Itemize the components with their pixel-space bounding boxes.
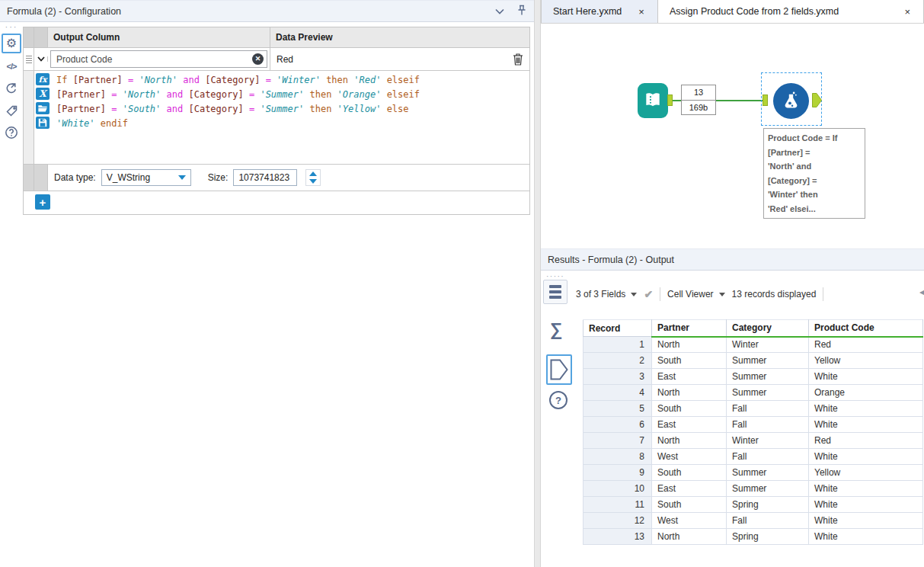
save-expression-button[interactable] xyxy=(36,117,50,129)
spinner-up-icon[interactable] xyxy=(309,171,317,176)
close-icon[interactable]: × xyxy=(903,5,912,18)
output-anchor[interactable] xyxy=(667,94,673,106)
data-cell[interactable]: South xyxy=(652,497,727,513)
data-cell[interactable]: Fall xyxy=(727,417,809,433)
help-tab[interactable] xyxy=(2,123,21,142)
record-number-cell[interactable]: 3 xyxy=(583,369,652,385)
fields-dropdown[interactable]: 3 of 3 Fields xyxy=(576,289,637,300)
table-row[interactable]: 12WestFallWhite xyxy=(583,513,923,529)
table-row[interactable]: 7NorthWinterRed xyxy=(583,433,923,449)
data-cell[interactable]: North xyxy=(652,529,727,545)
expression-line[interactable]: [Partner] = 'South' and [Category] = 'Su… xyxy=(56,102,526,117)
results-help-icon[interactable]: ? xyxy=(549,391,568,409)
table-row[interactable]: 2SouthSummerYellow xyxy=(583,353,923,369)
record-number-cell[interactable]: 4 xyxy=(583,385,652,401)
table-row[interactable]: 5SouthFallWhite xyxy=(583,401,923,417)
annotation-tab[interactable] xyxy=(2,101,21,120)
table-row[interactable]: 8WestFallWhite xyxy=(583,449,923,465)
row-collapse-toggle[interactable] xyxy=(34,56,48,62)
data-cell[interactable]: Fall xyxy=(727,401,809,417)
data-cell[interactable]: Red xyxy=(809,433,923,449)
col-header-partner[interactable]: Partner xyxy=(652,320,727,337)
variables-button[interactable]: X xyxy=(36,88,50,100)
tab-assign-product-code[interactable]: Assign Product Code from 2 fields.yxmd × xyxy=(658,0,924,23)
record-number-cell[interactable]: 11 xyxy=(583,497,652,513)
expression-editor[interactable]: If​ [Partner] = 'North' and [Category] =… xyxy=(51,71,529,164)
code-tab[interactable]: </> xyxy=(2,57,21,75)
panel-splitter[interactable] xyxy=(534,0,541,567)
data-cell[interactable]: Orange xyxy=(809,385,923,401)
size-spinner[interactable] xyxy=(305,169,321,186)
output-anchor-arrow[interactable] xyxy=(812,93,822,107)
connection-progress-label[interactable]: 13 169b xyxy=(681,85,716,115)
data-cell[interactable]: South xyxy=(652,401,727,417)
table-row[interactable]: 13NorthSpringWhite xyxy=(583,529,923,545)
pin-icon[interactable] xyxy=(516,5,527,18)
data-cell[interactable]: East xyxy=(652,481,727,497)
delete-expression-button[interactable] xyxy=(513,53,523,66)
data-cell[interactable]: South xyxy=(652,353,727,369)
data-cell[interactable]: South xyxy=(652,465,727,481)
tab-start-here[interactable]: Start Here.yxmd × xyxy=(541,0,658,23)
data-cell[interactable]: White xyxy=(809,417,923,433)
expression-line[interactable]: [Partner] = 'North' and [Category] = 'Su… xyxy=(56,88,526,102)
close-icon[interactable]: × xyxy=(637,5,646,18)
row-grip[interactable] xyxy=(24,48,34,70)
strip-drag-handle[interactable]: ··· xyxy=(5,24,18,31)
data-cell[interactable]: East xyxy=(652,417,727,433)
metadata-icon[interactable]: ∑ xyxy=(550,319,562,340)
clear-input-icon[interactable]: ✕ xyxy=(252,53,264,65)
layout-toggle-button[interactable] xyxy=(543,280,568,304)
data-cell[interactable]: North xyxy=(652,385,727,401)
collapse-chevron-icon[interactable] xyxy=(495,6,504,17)
spinner-down-icon[interactable] xyxy=(309,179,317,184)
expression-line[interactable]: 'White' endif xyxy=(56,117,526,131)
input-anchor[interactable] xyxy=(763,94,768,106)
data-cell[interactable]: Yellow xyxy=(809,353,923,369)
add-expression-button[interactable]: + xyxy=(35,194,50,210)
record-number-cell[interactable]: 8 xyxy=(583,449,652,465)
col-header-record[interactable]: Record xyxy=(583,320,652,337)
data-view-button[interactable] xyxy=(546,354,572,385)
expression-line[interactable]: If​ [Partner] = 'North' and [Category] =… xyxy=(56,73,526,88)
apply-check-icon[interactable]: ✔ xyxy=(644,288,653,300)
formula-tool[interactable] xyxy=(773,83,809,119)
record-number-cell[interactable]: 13 xyxy=(583,529,652,545)
data-cell[interactable]: Spring xyxy=(727,529,809,545)
data-cell[interactable]: Yellow xyxy=(809,465,923,481)
record-number-cell[interactable]: 1 xyxy=(583,337,652,353)
cell-viewer-dropdown[interactable]: Cell Viewer xyxy=(667,289,724,300)
run-export-tab[interactable] xyxy=(2,79,21,98)
data-cell[interactable]: Winter xyxy=(727,337,809,353)
settings-tab[interactable]: ⚙ xyxy=(2,34,21,53)
data-cell[interactable]: Red xyxy=(809,337,923,353)
table-row[interactable]: 10EastSummerWhite xyxy=(583,481,923,497)
data-cell[interactable]: Summer xyxy=(727,465,809,481)
data-cell[interactable]: West xyxy=(652,449,727,465)
workflow-canvas[interactable]: 13 169b Product Code = If[Partner] ='Nor… xyxy=(541,24,924,248)
table-row[interactable]: 1NorthWinterRed xyxy=(583,337,923,353)
record-number-cell[interactable]: 10 xyxy=(583,481,652,497)
data-cell[interactable]: North xyxy=(652,433,727,449)
data-cell[interactable]: White xyxy=(809,529,923,545)
table-row[interactable]: 6EastFallWhite xyxy=(583,417,923,433)
record-number-cell[interactable]: 5 xyxy=(583,401,652,417)
data-cell[interactable]: White xyxy=(809,481,923,497)
record-number-cell[interactable]: 9 xyxy=(583,465,652,481)
table-row[interactable]: 9SouthSummerYellow xyxy=(583,465,923,481)
table-row[interactable]: 11SouthSpringWhite xyxy=(583,497,923,513)
data-cell[interactable]: White xyxy=(809,449,923,465)
output-column-input[interactable]: Product Code ✕ xyxy=(50,50,267,68)
functions-button[interactable]: fx xyxy=(36,73,50,85)
text-input-tool[interactable] xyxy=(638,83,668,118)
record-number-cell[interactable]: 2 xyxy=(583,353,652,369)
data-cell[interactable]: Fall xyxy=(727,513,809,529)
record-number-cell[interactable]: 6 xyxy=(583,417,652,433)
data-cell[interactable]: White xyxy=(809,497,923,513)
table-row[interactable]: 3EastSummerWhite xyxy=(583,369,923,385)
data-cell[interactable]: Summer xyxy=(727,353,809,369)
col-header-category[interactable]: Category xyxy=(727,320,809,337)
data-cell[interactable]: Summer xyxy=(727,385,809,401)
data-cell[interactable]: Spring xyxy=(727,497,809,513)
data-cell[interactable]: White xyxy=(809,401,923,417)
